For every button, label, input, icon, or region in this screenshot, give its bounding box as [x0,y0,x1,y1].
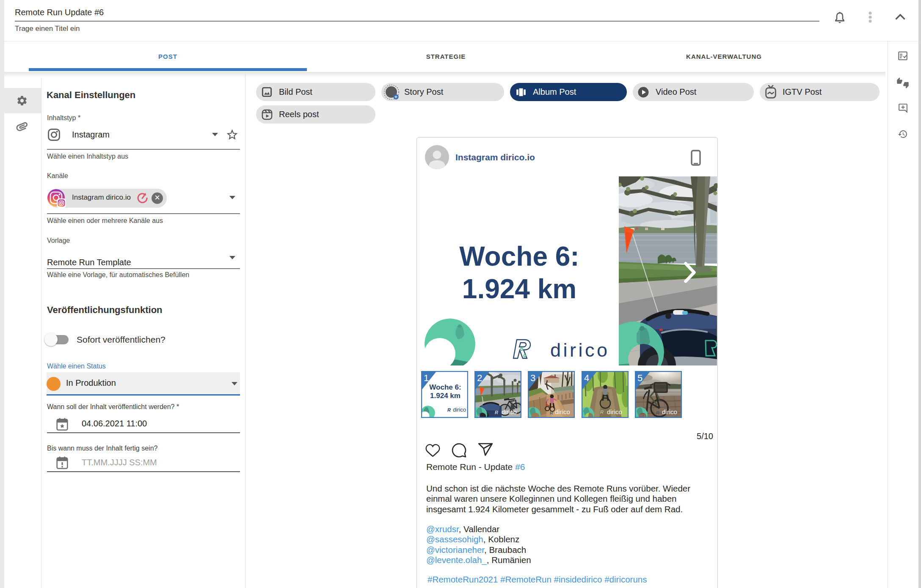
svg-text:dirico: dirico [555,408,570,415]
svg-text:2: 2 [477,373,482,383]
svg-text:R: R [447,407,451,412]
svg-text:1: 1 [424,373,429,383]
svg-text:Woche 6:: Woche 6: [429,383,461,391]
svg-text:1.924 km: 1.924 km [430,392,460,400]
svg-text:5: 5 [637,373,642,383]
svg-text:dirico: dirico [607,408,622,415]
svg-text:dirico: dirico [662,408,677,415]
svg-text:3: 3 [530,373,535,383]
svg-text:dirico: dirico [502,408,517,415]
svg-text:dirico: dirico [453,407,466,413]
svg-text:R: R [495,410,498,415]
svg-text:R: R [656,410,659,415]
svg-text:4: 4 [584,373,589,383]
svg-text:R: R [600,409,604,415]
svg-text:R: R [550,410,553,415]
